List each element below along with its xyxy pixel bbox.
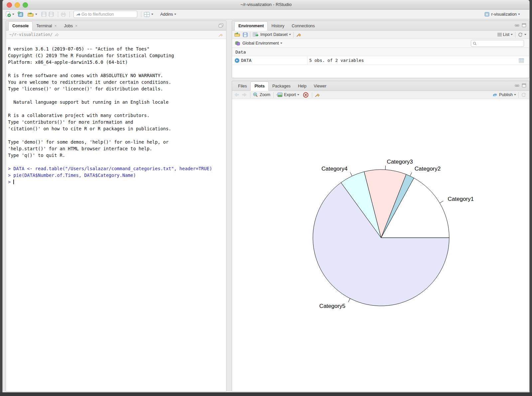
console-line: > pie(DATA$Number.of.Times, DATA$Categor… bbox=[8, 172, 226, 179]
table-grid-icon[interactable] bbox=[519, 58, 524, 63]
expand-play-icon[interactable]: ▶ bbox=[235, 58, 239, 63]
chevron-down-icon bbox=[524, 34, 526, 35]
minimize-pane-icon[interactable] bbox=[515, 23, 519, 27]
zoom-label: Zoom bbox=[260, 92, 270, 97]
pie-label-tick bbox=[410, 172, 412, 176]
plot-canvas: Category1Category2Category3Category4Cate… bbox=[232, 99, 529, 391]
plots-toolbar: Zoom Export Publish bbox=[232, 91, 529, 99]
console-line: > DATA <- read.table("/Users/lsalazar/co… bbox=[8, 165, 226, 172]
back-icon[interactable] bbox=[234, 92, 239, 97]
clear-all-plots-broom-icon[interactable] bbox=[315, 92, 320, 97]
remove-plot-icon[interactable] bbox=[303, 92, 309, 98]
chevron-down-icon bbox=[151, 14, 153, 15]
console-line: Type 'license()' or 'licence()' for dist… bbox=[8, 85, 226, 92]
new-project-icon: R bbox=[17, 11, 24, 18]
console-tabstrip: Console Terminal× Jobs× bbox=[6, 21, 226, 31]
pie-label-tick bbox=[440, 201, 443, 203]
pane-layout-button[interactable] bbox=[144, 12, 153, 17]
environment-search-input[interactable] bbox=[478, 41, 522, 46]
zoom-plot-button[interactable]: Zoom bbox=[253, 92, 270, 97]
maximize-pane-icon[interactable] bbox=[522, 23, 526, 27]
new-project-button[interactable]: R bbox=[17, 11, 24, 18]
pie-label-category2: Category2 bbox=[415, 166, 441, 172]
chevron-down-icon bbox=[35, 14, 37, 15]
tab-plots[interactable]: Plots bbox=[250, 81, 269, 91]
pie-label-tick bbox=[385, 166, 386, 170]
maximize-pane-icon[interactable] bbox=[522, 83, 526, 87]
console-output[interactable]: R version 3.6.1 (2019-07-05) -- "Action … bbox=[6, 39, 226, 185]
pie-chart: Category1Category2Category3Category4Cate… bbox=[232, 99, 529, 391]
refresh-environment-button[interactable] bbox=[518, 32, 526, 37]
environment-view-mode-button[interactable]: List bbox=[497, 32, 513, 37]
project-icon: R bbox=[484, 12, 490, 17]
pie-label-category4: Category4 bbox=[322, 166, 347, 172]
tab-help[interactable]: Help bbox=[294, 82, 310, 90]
refresh-plot-icon[interactable] bbox=[521, 92, 526, 97]
export-image-icon bbox=[276, 92, 283, 97]
tab-terminal[interactable]: Terminal× bbox=[33, 22, 60, 30]
tab-environment[interactable]: Environment bbox=[234, 21, 268, 31]
addins-label: Addins bbox=[160, 12, 173, 17]
save-workspace-icon[interactable] bbox=[243, 32, 248, 37]
environment-pane: Environment History Connections Import D… bbox=[232, 21, 529, 78]
console-line: Platform: x86_64-apple-darwin15.6.0 (64-… bbox=[8, 59, 226, 66]
pie-label-tick bbox=[350, 172, 352, 176]
export-plot-button[interactable]: Export bbox=[276, 92, 299, 97]
scope-label: Global Environment bbox=[242, 41, 279, 46]
clear-environment-broom-icon[interactable] bbox=[296, 32, 302, 37]
console-prompt[interactable]: > bbox=[8, 179, 226, 185]
tab-console[interactable]: Console bbox=[8, 21, 33, 31]
tab-viewer[interactable]: Viewer bbox=[310, 82, 330, 90]
goto-file-input[interactable] bbox=[81, 12, 135, 17]
save-button[interactable] bbox=[41, 12, 47, 17]
goto-file-box[interactable] bbox=[73, 11, 137, 18]
console-line bbox=[8, 66, 226, 72]
working-directory: ~/r-visualization/ bbox=[9, 32, 53, 37]
goto-arrow-icon bbox=[76, 12, 81, 17]
refresh-icon bbox=[518, 32, 523, 37]
console-line: Natural language support but running in … bbox=[8, 99, 226, 105]
maximize-pane-icon[interactable] bbox=[218, 23, 223, 28]
load-workspace-icon[interactable] bbox=[234, 32, 240, 37]
print-icon bbox=[61, 12, 66, 17]
environment-search-box[interactable] bbox=[471, 40, 524, 47]
open-folder-icon bbox=[27, 12, 34, 17]
save-all-icon bbox=[49, 12, 54, 17]
project-label: r-visualization bbox=[491, 12, 517, 17]
environment-object-row[interactable]: ▶ DATA 5 obs. of 2 variables bbox=[232, 56, 529, 65]
list-view-label: List bbox=[503, 32, 509, 37]
open-file-button[interactable] bbox=[27, 12, 37, 17]
tab-connections[interactable]: Connections bbox=[288, 22, 319, 30]
console-working-dir-bar: ~/r-visualization/ bbox=[6, 31, 226, 39]
window-title: ~/r-visualization - RStudio bbox=[3, 2, 529, 7]
forward-icon[interactable] bbox=[242, 92, 247, 97]
goto-directory-icon[interactable] bbox=[55, 33, 59, 37]
publish-button[interactable]: Publish bbox=[492, 92, 516, 97]
chevron-down-icon bbox=[289, 34, 291, 35]
scope-selector[interactable]: Global Environment bbox=[240, 41, 282, 46]
console-line: R version 3.6.1 (2019-07-05) -- "Action … bbox=[8, 46, 226, 52]
close-icon[interactable]: × bbox=[75, 24, 77, 28]
save-all-button[interactable] bbox=[49, 12, 54, 17]
tab-packages[interactable]: Packages bbox=[269, 82, 294, 90]
close-icon[interactable]: × bbox=[55, 24, 57, 28]
text-cursor bbox=[13, 180, 14, 184]
new-file-button[interactable] bbox=[5, 11, 14, 17]
environment-section-header: Data bbox=[232, 48, 529, 56]
tab-files[interactable]: Files bbox=[234, 82, 250, 90]
project-menu[interactable]: R r-visualization bbox=[484, 12, 520, 17]
chevron-down-icon bbox=[12, 14, 14, 15]
plots-pane: Files Plots Packages Help Viewer Zoom bbox=[232, 81, 529, 392]
zoom-icon bbox=[253, 92, 258, 97]
import-dataset-button[interactable]: Import Dataset bbox=[253, 32, 291, 37]
addins-menu[interactable]: Addins bbox=[159, 12, 176, 17]
clear-console-broom-icon[interactable] bbox=[218, 32, 223, 37]
chevron-down-icon bbox=[511, 34, 513, 35]
tab-jobs[interactable]: Jobs× bbox=[61, 22, 81, 30]
console-line: 'citation()' on how to cite R or R packa… bbox=[8, 125, 226, 132]
print-button[interactable] bbox=[61, 12, 66, 17]
console-pane: Console Terminal× Jobs× ~/r-visualizatio… bbox=[6, 21, 226, 392]
minimize-pane-icon[interactable] bbox=[515, 83, 519, 87]
tab-history[interactable]: History bbox=[268, 22, 288, 30]
save-icon bbox=[41, 12, 47, 17]
